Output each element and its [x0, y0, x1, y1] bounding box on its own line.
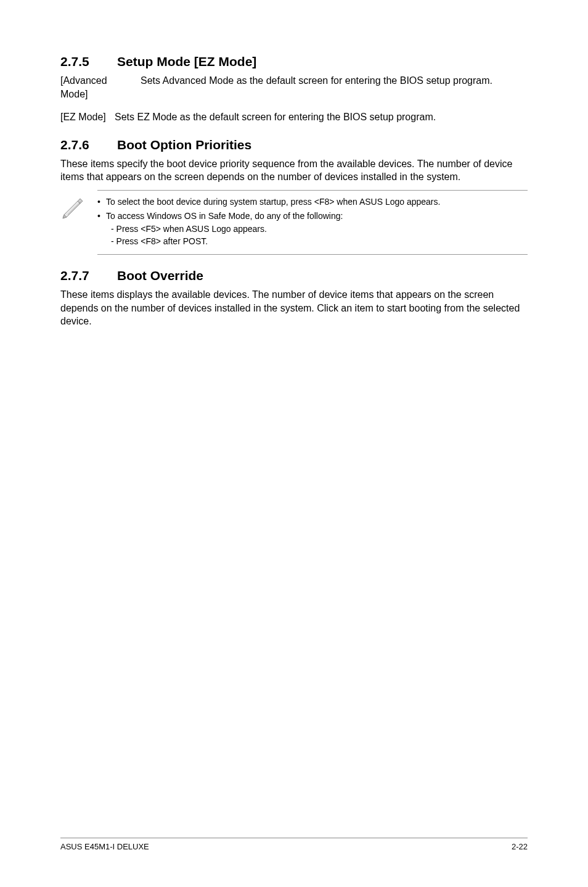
- definition-body: Sets Advanced Mode as the default screen…: [141, 74, 528, 101]
- definition-term: [EZ Mode]: [60, 110, 115, 124]
- section-title: Boot Option Priorities: [117, 138, 251, 152]
- note-item: To select the boot device during system …: [97, 196, 528, 208]
- note-content: To select the boot device during system …: [97, 190, 528, 255]
- page-footer: ASUS E45M1-I DELUXE 2-22: [60, 838, 528, 851]
- document-page: 2.7.5 Setup Mode [EZ Mode] [Advanced Mod…: [0, 0, 588, 887]
- footer-left: ASUS E45M1-I DELUXE: [60, 842, 149, 851]
- body-paragraph: These items displays the available devic…: [60, 288, 528, 328]
- definition-row-ez-mode: [EZ Mode] Sets EZ Mode as the default sc…: [60, 110, 528, 124]
- body-paragraph: These items specify the boot device prio…: [60, 157, 528, 184]
- footer-page-number: 2-22: [512, 842, 528, 851]
- section-number: 2.7.5: [60, 54, 117, 69]
- pencil-icon: [60, 194, 86, 222]
- section-title: Boot Override: [117, 268, 203, 283]
- note-icon-column: [60, 190, 97, 222]
- note-subitem: - Press <F5> when ASUS Logo appears.: [106, 223, 528, 235]
- definition-term: [Advanced Mode]: [60, 74, 141, 101]
- note-subitem: - Press <F8> after POST.: [106, 235, 528, 247]
- note-list: To select the boot device during system …: [97, 196, 528, 247]
- note-item: To access Windows OS in Safe Mode, do an…: [97, 210, 528, 247]
- note-text: To select the boot device during system …: [106, 197, 440, 207]
- section-heading-2-7-6: 2.7.6 Boot Option Priorities: [60, 138, 528, 152]
- svg-line-1: [68, 202, 81, 215]
- section-heading-2-7-5: 2.7.5 Setup Mode [EZ Mode]: [60, 54, 528, 69]
- section-number: 2.7.7: [60, 268, 117, 283]
- section-heading-2-7-7: 2.7.7 Boot Override: [60, 268, 528, 283]
- note-block: To select the boot device during system …: [60, 190, 528, 255]
- section-title: Setup Mode [EZ Mode]: [117, 54, 256, 69]
- note-text: To access Windows OS in Safe Mode, do an…: [106, 211, 343, 221]
- definition-row-advanced-mode: [Advanced Mode] Sets Advanced Mode as th…: [60, 74, 528, 101]
- section-number: 2.7.6: [60, 138, 117, 152]
- definition-body: Sets EZ Mode as the default screen for e…: [115, 110, 528, 124]
